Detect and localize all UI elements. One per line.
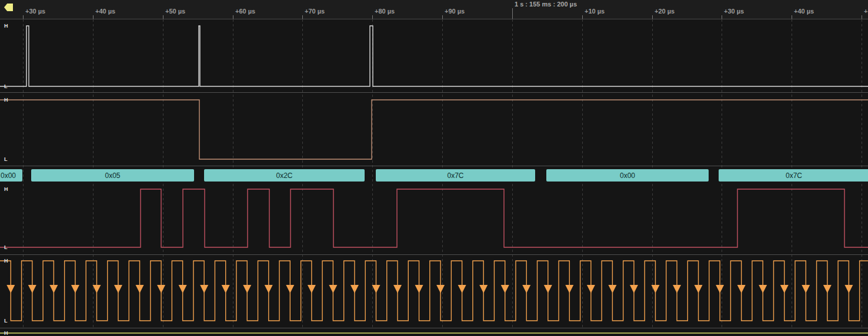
timeline-tick	[862, 15, 862, 19]
timeline-tick-label: +20 µs	[655, 8, 675, 15]
decoder-annotation[interactable]: 0x00	[546, 169, 709, 182]
clock-falling-edge-arrow-icon	[501, 285, 509, 293]
clock-falling-edge-arrow-icon	[802, 285, 810, 293]
timeline-tick-label: +40 µs	[794, 8, 814, 15]
decoder-annotation[interactable]: 0x05	[31, 169, 194, 182]
clock-falling-edge-arrow-icon	[587, 285, 595, 293]
timeline-tick-label: +60 µs	[235, 8, 255, 15]
clock-falling-edge-arrow-icon	[544, 285, 552, 293]
clock-falling-edge-arrow-icon	[716, 285, 724, 293]
clock-falling-edge-arrow-icon	[695, 285, 703, 293]
clock-falling-edge-arrow-icon	[200, 285, 208, 293]
clock-falling-edge-arrow-icon	[243, 285, 251, 293]
timeline-tick-label: +50 µs	[864, 8, 868, 15]
channel-3-clock-trace	[0, 261, 868, 321]
timeline-tick-label: +10 µs	[585, 8, 605, 15]
timeline-tick	[233, 15, 233, 19]
channel-0-low-label: L	[4, 83, 8, 90]
clock-falling-edge-arrow-icon	[608, 285, 616, 293]
clock-falling-edge-arrow-icon	[157, 285, 165, 293]
channel-3-clock-low-label: L	[4, 317, 8, 324]
timeline-tick-label: +70 µs	[305, 8, 325, 15]
timeline-tick	[372, 15, 373, 19]
timeline-marker-flag-icon[interactable]	[4, 4, 13, 11]
clock-falling-edge-arrow-icon	[92, 285, 101, 293]
timeline-absolute-time: 1 s : 155 ms : 200 µs	[515, 1, 577, 8]
clock-falling-edge-arrow-icon	[436, 285, 445, 293]
clock-falling-edge-arrow-icon	[114, 285, 122, 293]
timeline-tick	[93, 15, 94, 19]
timeline-tick-label: +30 µs	[25, 8, 45, 15]
channel-0-high-label: H	[4, 22, 8, 29]
clock-falling-edge-arrow-icon	[28, 285, 36, 293]
clock-falling-edge-arrow-icon	[479, 285, 488, 293]
clock-falling-edge-arrow-icon	[565, 285, 573, 293]
clock-falling-edge-arrow-icon	[71, 285, 79, 293]
clock-falling-edge-arrow-icon	[630, 285, 638, 293]
clock-falling-edge-arrow-icon	[350, 285, 359, 293]
timeline-tick	[163, 15, 163, 19]
timeline-major-tick	[512, 8, 513, 19]
timeline-tick-label: +50 µs	[165, 8, 185, 15]
decoder-annotation[interactable]: 0x2C	[204, 169, 365, 182]
clock-falling-edge-arrow-icon	[222, 285, 230, 293]
timeline-tick-label: +90 µs	[445, 8, 465, 15]
clock-falling-edge-arrow-icon	[49, 285, 58, 293]
channel-4-high-label: H	[4, 330, 8, 336]
clock-falling-edge-arrow-icon	[265, 285, 273, 293]
clock-falling-edge-arrow-icon	[780, 285, 789, 293]
clock-falling-edge-arrow-icon	[844, 285, 853, 293]
channel-2-high-label: H	[4, 186, 8, 193]
channel-0-trace	[0, 26, 868, 86]
clock-falling-edge-arrow-icon	[6, 285, 15, 293]
timeline-tick	[792, 15, 792, 19]
clock-falling-edge-arrow-icon	[136, 285, 144, 293]
timeline-tick	[23, 15, 24, 19]
channel-1-trace	[0, 100, 868, 159]
decoder-annotation[interactable]: 0x00	[0, 169, 22, 182]
timeline-tick	[722, 15, 722, 19]
timeline-tick-label: +80 µs	[375, 8, 395, 15]
clock-falling-edge-arrow-icon	[179, 285, 187, 293]
channel-1-high-label: H	[4, 96, 8, 103]
timeline-tick	[582, 15, 583, 19]
channel-1-low-label: L	[4, 156, 8, 163]
decoder-annotation[interactable]: 0x7C	[376, 169, 535, 182]
timeline-tick-label: +40 µs	[95, 8, 115, 15]
waveform-canvas	[0, 0, 868, 336]
clock-falling-edge-arrow-icon	[522, 285, 530, 293]
timeline-tick	[442, 15, 443, 19]
channel-2-trace	[0, 189, 868, 247]
clock-falling-edge-arrow-icon	[372, 285, 380, 293]
timeline-tick-label: +30 µs	[724, 8, 744, 15]
decoder-annotation[interactable]: 0x7C	[719, 169, 868, 182]
timeline-tick	[652, 15, 653, 19]
channel-2-low-label: L	[4, 244, 8, 251]
clock-falling-edge-arrow-icon	[823, 285, 832, 293]
clock-falling-edge-arrow-icon	[458, 285, 466, 293]
clock-falling-edge-arrow-icon	[329, 285, 337, 293]
waveform-viewer: 0x000x050x2C0x7C0x000x7C HLHLHLHLH 1 s :…	[0, 0, 868, 336]
clock-falling-edge-arrow-icon	[393, 285, 402, 293]
clock-falling-edge-arrow-icon	[286, 285, 294, 293]
clock-falling-edge-arrow-icon	[737, 285, 746, 293]
clock-falling-edge-arrow-icon	[759, 285, 767, 293]
timeline-tick	[302, 15, 303, 19]
timeline-ruler[interactable]: 1 s : 155 ms : 200 µs +30 µs+40 µs+50 µs…	[0, 0, 868, 19]
clock-falling-edge-arrow-icon	[673, 285, 681, 293]
clock-falling-edge-arrow-icon	[308, 285, 316, 293]
clock-falling-edge-arrow-icon	[415, 285, 423, 293]
channel-3-clock-high-label: H	[4, 257, 8, 264]
